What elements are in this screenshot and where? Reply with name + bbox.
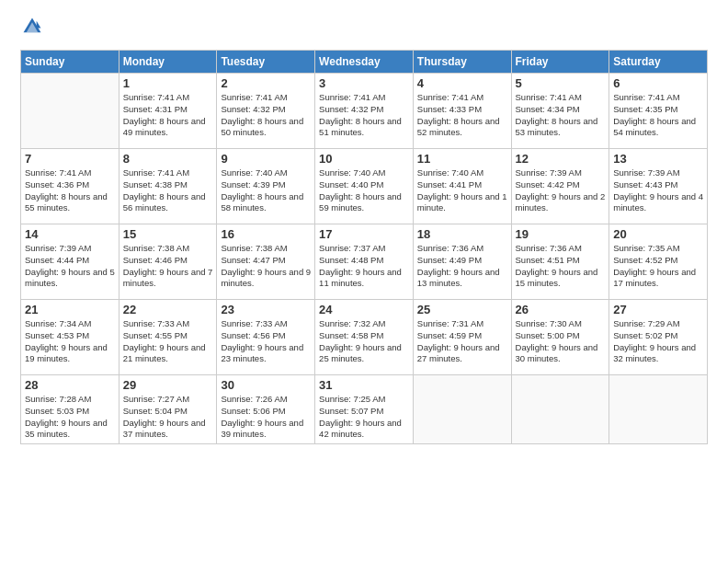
- cell-info: Sunrise: 7:41 AMSunset: 4:36 PMDaylight:…: [25, 167, 115, 214]
- day-number: 3: [319, 76, 409, 90]
- cell-info: Sunrise: 7:40 AMSunset: 4:39 PMDaylight:…: [221, 167, 311, 214]
- calendar-cell: [21, 74, 119, 149]
- day-number: 22: [123, 303, 213, 316]
- day-number: 21: [25, 303, 115, 316]
- calendar-cell: 28Sunrise: 7:28 AMSunset: 5:03 PMDayligh…: [21, 375, 119, 444]
- day-number: 24: [319, 303, 409, 316]
- cell-info: Sunrise: 7:32 AMSunset: 4:58 PMDaylight:…: [319, 318, 409, 365]
- cell-info: Sunrise: 7:38 AMSunset: 4:46 PMDaylight:…: [123, 243, 213, 290]
- day-number: 9: [221, 152, 311, 166]
- day-number: 27: [613, 303, 703, 316]
- calendar-cell: [511, 375, 609, 444]
- cell-info: Sunrise: 7:41 AMSunset: 4:33 PMDaylight:…: [417, 92, 507, 139]
- day-number: 28: [25, 378, 115, 392]
- calendar-cell: 18Sunrise: 7:36 AMSunset: 4:49 PMDayligh…: [413, 224, 511, 300]
- calendar-cell: 19Sunrise: 7:36 AMSunset: 4:51 PMDayligh…: [511, 224, 609, 300]
- day-number: 8: [123, 152, 213, 166]
- day-number: 13: [613, 152, 703, 166]
- calendar-cell: 26Sunrise: 7:30 AMSunset: 5:00 PMDayligh…: [511, 300, 609, 375]
- cell-info: Sunrise: 7:34 AMSunset: 4:53 PMDaylight:…: [25, 318, 115, 365]
- calendar-cell: 9Sunrise: 7:40 AMSunset: 4:39 PMDaylight…: [217, 149, 315, 224]
- day-number: 4: [417, 76, 507, 90]
- calendar-cell: 1Sunrise: 7:41 AMSunset: 4:31 PMDaylight…: [119, 74, 217, 149]
- cell-info: Sunrise: 7:41 AMSunset: 4:32 PMDaylight:…: [319, 92, 409, 139]
- calendar-cell: 12Sunrise: 7:39 AMSunset: 4:42 PMDayligh…: [511, 149, 609, 224]
- calendar-cell: 30Sunrise: 7:26 AMSunset: 5:06 PMDayligh…: [217, 375, 315, 444]
- calendar-cell: 2Sunrise: 7:41 AMSunset: 4:32 PMDaylight…: [217, 74, 315, 149]
- calendar-cell: 3Sunrise: 7:41 AMSunset: 4:32 PMDaylight…: [315, 74, 414, 149]
- cell-info: Sunrise: 7:31 AMSunset: 4:59 PMDaylight:…: [417, 318, 507, 365]
- day-number: 5: [516, 76, 606, 90]
- day-number: 10: [319, 152, 409, 166]
- cell-info: Sunrise: 7:25 AMSunset: 5:07 PMDaylight:…: [319, 394, 409, 441]
- cell-info: Sunrise: 7:39 AMSunset: 4:42 PMDaylight:…: [516, 167, 606, 214]
- calendar-cell: 27Sunrise: 7:29 AMSunset: 5:02 PMDayligh…: [609, 300, 708, 375]
- day-number: 16: [221, 227, 311, 241]
- calendar-cell: 4Sunrise: 7:41 AMSunset: 4:33 PMDaylight…: [413, 74, 511, 149]
- calendar-cell: 7Sunrise: 7:41 AMSunset: 4:36 PMDaylight…: [21, 149, 119, 224]
- cell-info: Sunrise: 7:40 AMSunset: 4:41 PMDaylight:…: [417, 167, 507, 214]
- day-number: 25: [417, 303, 507, 316]
- day-number: 20: [613, 227, 703, 241]
- day-number: 31: [319, 378, 409, 392]
- calendar-cell: 15Sunrise: 7:38 AMSunset: 4:46 PMDayligh…: [119, 224, 217, 300]
- cell-info: Sunrise: 7:36 AMSunset: 4:51 PMDaylight:…: [516, 243, 606, 290]
- calendar-cell: 5Sunrise: 7:41 AMSunset: 4:34 PMDaylight…: [511, 74, 609, 149]
- calendar-week-row: 28Sunrise: 7:28 AMSunset: 5:03 PMDayligh…: [21, 375, 708, 444]
- calendar-week-row: 1Sunrise: 7:41 AMSunset: 4:31 PMDaylight…: [21, 74, 708, 149]
- weekday-header-wednesday: Wednesday: [315, 51, 414, 74]
- calendar-cell: 24Sunrise: 7:32 AMSunset: 4:58 PMDayligh…: [315, 300, 414, 375]
- day-number: 15: [123, 227, 213, 241]
- cell-info: Sunrise: 7:38 AMSunset: 4:47 PMDaylight:…: [221, 243, 311, 290]
- calendar-table: SundayMondayTuesdayWednesdayThursdayFrid…: [20, 50, 708, 444]
- cell-info: Sunrise: 7:36 AMSunset: 4:49 PMDaylight:…: [417, 243, 507, 290]
- day-number: 18: [417, 227, 507, 241]
- day-number: 11: [417, 152, 507, 166]
- cell-info: Sunrise: 7:41 AMSunset: 4:32 PMDaylight:…: [221, 92, 311, 139]
- calendar-week-row: 7Sunrise: 7:41 AMSunset: 4:36 PMDaylight…: [21, 149, 708, 224]
- weekday-header-friday: Friday: [511, 51, 609, 74]
- svg-marker-2: [37, 21, 41, 29]
- cell-info: Sunrise: 7:41 AMSunset: 4:31 PMDaylight:…: [123, 92, 213, 139]
- cell-info: Sunrise: 7:37 AMSunset: 4:48 PMDaylight:…: [319, 243, 409, 290]
- cell-info: Sunrise: 7:35 AMSunset: 4:52 PMDaylight:…: [613, 243, 703, 290]
- cell-info: Sunrise: 7:40 AMSunset: 4:40 PMDaylight:…: [319, 167, 409, 214]
- day-number: 29: [123, 378, 213, 392]
- cell-info: Sunrise: 7:39 AMSunset: 4:43 PMDaylight:…: [613, 167, 703, 214]
- calendar-cell: 13Sunrise: 7:39 AMSunset: 4:43 PMDayligh…: [609, 149, 708, 224]
- calendar-cell: 8Sunrise: 7:41 AMSunset: 4:38 PMDaylight…: [119, 149, 217, 224]
- day-number: 12: [516, 152, 606, 166]
- day-number: 2: [221, 76, 311, 90]
- day-number: 26: [516, 303, 606, 316]
- calendar-week-row: 14Sunrise: 7:39 AMSunset: 4:44 PMDayligh…: [21, 224, 708, 300]
- cell-info: Sunrise: 7:41 AMSunset: 4:35 PMDaylight:…: [613, 92, 703, 139]
- weekday-header-monday: Monday: [119, 51, 217, 74]
- calendar-cell: 11Sunrise: 7:40 AMSunset: 4:41 PMDayligh…: [413, 149, 511, 224]
- day-number: 19: [516, 227, 606, 241]
- calendar-cell: 14Sunrise: 7:39 AMSunset: 4:44 PMDayligh…: [21, 224, 119, 300]
- calendar-cell: 16Sunrise: 7:38 AMSunset: 4:47 PMDayligh…: [217, 224, 315, 300]
- calendar-cell: 31Sunrise: 7:25 AMSunset: 5:07 PMDayligh…: [315, 375, 414, 444]
- calendar-cell: 22Sunrise: 7:33 AMSunset: 4:55 PMDayligh…: [119, 300, 217, 375]
- cell-info: Sunrise: 7:33 AMSunset: 4:55 PMDaylight:…: [123, 318, 213, 365]
- day-number: 14: [25, 227, 115, 241]
- calendar-cell: 23Sunrise: 7:33 AMSunset: 4:56 PMDayligh…: [217, 300, 315, 375]
- cell-info: Sunrise: 7:26 AMSunset: 5:06 PMDaylight:…: [221, 394, 311, 441]
- day-number: 7: [25, 152, 115, 166]
- cell-info: Sunrise: 7:29 AMSunset: 5:02 PMDaylight:…: [613, 318, 703, 365]
- calendar-cell: 29Sunrise: 7:27 AMSunset: 5:04 PMDayligh…: [119, 375, 217, 444]
- cell-info: Sunrise: 7:39 AMSunset: 4:44 PMDaylight:…: [25, 243, 115, 290]
- cell-info: Sunrise: 7:33 AMSunset: 4:56 PMDaylight:…: [221, 318, 311, 365]
- logo-icon: [22, 17, 42, 37]
- calendar-cell: 17Sunrise: 7:37 AMSunset: 4:48 PMDayligh…: [315, 224, 414, 300]
- cell-info: Sunrise: 7:28 AMSunset: 5:03 PMDaylight:…: [25, 394, 115, 441]
- weekday-header-saturday: Saturday: [609, 51, 708, 74]
- weekday-header-row: SundayMondayTuesdayWednesdayThursdayFrid…: [21, 51, 708, 74]
- day-number: 30: [221, 378, 311, 392]
- calendar-cell: [413, 375, 511, 444]
- logo: [20, 17, 42, 40]
- weekday-header-thursday: Thursday: [413, 51, 511, 74]
- day-number: 1: [123, 76, 213, 90]
- calendar-page: SundayMondayTuesdayWednesdayThursdayFrid…: [0, 0, 728, 563]
- cell-info: Sunrise: 7:30 AMSunset: 5:00 PMDaylight:…: [516, 318, 606, 365]
